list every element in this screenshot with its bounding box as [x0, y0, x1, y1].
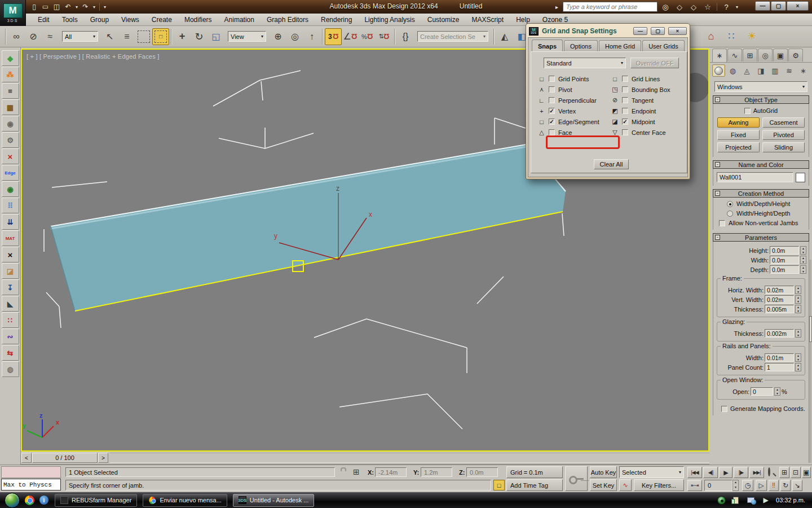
tab-create[interactable]: ∗ [712, 49, 727, 62]
pivot-checkbox[interactable]: ✓ [549, 86, 555, 93]
select-and-move-icon[interactable]: + [174, 28, 191, 45]
percent-snap-icon[interactable]: %Ω [359, 28, 376, 45]
radio-width-depth-height[interactable] [727, 201, 733, 207]
grid-points-checkbox[interactable]: ✓ [549, 76, 555, 82]
infocenter-collapse-icon[interactable]: ▸ [555, 4, 561, 10]
transform-type-in-icon[interactable]: ⊞ [353, 467, 360, 476]
snap-option-grid-points[interactable]: □ ✓ Grid Points [538, 73, 599, 84]
y-coordinate-field[interactable]: 1.2m [421, 467, 452, 477]
save-icon[interactable]: ◫ [52, 2, 61, 12]
go-to-end-button[interactable]: ▶▶| [749, 467, 764, 478]
subscription-icon[interactable]: ◇ [673, 2, 686, 12]
snap-option-tangent[interactable]: ⊘ ✓ Tangent [611, 95, 670, 106]
autogrid-checkbox[interactable]: ✓ [744, 108, 751, 114]
previous-key-button[interactable]: ◀|| [703, 467, 718, 478]
tab-home-grid[interactable]: Home Grid [599, 40, 641, 51]
tab-options[interactable]: Options [564, 40, 598, 51]
help-icon[interactable]: ? [720, 2, 732, 12]
playback-arrow-icon[interactable]: ▷ [756, 480, 767, 491]
snap-standard-dropdown[interactable]: Standard▾ [544, 58, 626, 68]
edit-named-selection-sets-icon[interactable]: {} [397, 28, 414, 45]
select-and-rotate-icon[interactable]: ↻ [191, 28, 208, 45]
x-coordinate-field[interactable]: -2.14m [375, 467, 407, 477]
snap-option-perpendicular[interactable]: ∟ ✓ Perpendicular [538, 95, 599, 106]
fixed-button[interactable]: Fixed [717, 130, 760, 140]
minimize-button[interactable]: — [755, 1, 770, 11]
perpendicular-checkbox[interactable]: ✓ [549, 97, 555, 103]
menu-graph-editors[interactable]: Graph Editors [261, 15, 315, 25]
favorites-icon[interactable]: ☆ [701, 2, 714, 12]
new-file-icon[interactable]: ▯ [29, 2, 39, 12]
rails-width-field[interactable]: 0.01m [765, 353, 794, 362]
pivoted-button[interactable]: Pivoted [762, 130, 805, 140]
casement-button[interactable]: Casement [762, 117, 805, 128]
set-key-button[interactable]: Set Key [590, 479, 617, 491]
frame-vert-width-field[interactable]: 0.02m [765, 295, 794, 304]
dialog-maximize-button[interactable]: ▢ [651, 27, 665, 35]
rollout-header[interactable]: - Parameters [713, 233, 809, 242]
zoom-region-icon[interactable]: ⊞ [779, 467, 789, 478]
viewport-label[interactable]: [ + ] [ Perspective ] [ Realistic + Edge… [27, 53, 159, 60]
category-helpers-icon[interactable]: ▥ [769, 64, 782, 77]
search-icon[interactable]: ◎ [659, 2, 672, 12]
category-lights-icon[interactable]: ◬ [740, 64, 753, 77]
menu-edit[interactable]: Edit [32, 15, 56, 25]
taskbar-item-chrome-message[interactable]: Enviar nuevo mensa... [143, 494, 227, 507]
tab-user-grids[interactable]: User Grids [642, 40, 685, 51]
frame-thickness-stepper[interactable]: ▲▼ [795, 305, 801, 313]
application-menu-button[interactable]: M 3DS [0, 0, 26, 26]
snap-option-center-face[interactable]: ▽ ✓ Center Face [611, 127, 670, 138]
tangent-checkbox[interactable]: ✓ [622, 97, 628, 103]
select-and-manipulate-icon[interactable]: ◎ [286, 28, 303, 45]
maximize-button[interactable]: ▢ [771, 1, 786, 11]
radio-width-height-depth[interactable] [727, 211, 733, 217]
undo-icon[interactable]: ↶ [63, 2, 73, 12]
start-button[interactable] [5, 493, 20, 508]
midpoint-checkbox[interactable]: ✓ [622, 119, 628, 125]
batch-render-icon[interactable]: ⌂ [703, 28, 720, 45]
dialog-close-button[interactable]: × [668, 27, 687, 35]
left-tool-particles-icon[interactable]: ⁂ [2, 67, 19, 82]
left-tool-schematic-icon[interactable]: ≡ [2, 83, 19, 99]
open-percent-field[interactable]: 0 [751, 387, 773, 396]
menu-animation[interactable]: Animation [218, 15, 261, 25]
select-object-icon[interactable]: ↖ [102, 28, 118, 45]
zoom-extents-all-icon[interactable]: ▣ [802, 467, 811, 478]
pan-icon[interactable]: ↘ [792, 480, 802, 491]
select-by-name-icon[interactable]: ≡ [118, 28, 135, 45]
panel-count-stepper[interactable]: ▲▼ [795, 363, 801, 371]
menu-maxscript[interactable]: MAXScript [465, 15, 510, 25]
menu-group[interactable]: Group [84, 15, 115, 25]
left-tool-add-objects-icon[interactable]: ◉ [2, 116, 19, 132]
zoom-icon[interactable] [768, 468, 770, 475]
snap-option-midpoint[interactable]: ◪ ✓ Midpoint [611, 116, 670, 127]
left-tool-edge-select-icon[interactable]: Edge [2, 165, 19, 181]
menu-customize[interactable]: Customize [421, 15, 466, 25]
menu-modifiers[interactable]: Modifiers [178, 15, 218, 25]
previous-frame-button[interactable]: < [21, 453, 32, 463]
key-filters-button[interactable]: Key Filters... [634, 479, 684, 491]
time-configuration-icon[interactable]: ◷ [742, 480, 753, 491]
selection-filter-dropdown[interactable]: All▾ [62, 31, 98, 42]
window-crossing-toggle-icon[interactable]: □ [152, 28, 169, 45]
left-tool-spheres-cube-icon[interactable]: ◪ [2, 263, 19, 279]
snap-option-vertex[interactable]: + ✓ Vertex [538, 106, 599, 116]
menu-create[interactable]: Create [145, 15, 178, 25]
menu-tools[interactable]: Tools [56, 15, 84, 25]
frame-horiz-width-stepper[interactable]: ▲▼ [795, 286, 801, 294]
keyboard-shortcut-override-icon[interactable]: ↑ [303, 28, 320, 45]
height-stepper[interactable]: ▲▼ [800, 246, 806, 255]
center-face-checkbox[interactable]: ✓ [622, 129, 628, 135]
left-tool-delete-icon[interactable]: × [2, 247, 19, 262]
snap-option-bounding-box[interactable]: ◳ ✓ Bounding Box [611, 84, 670, 95]
width-field[interactable]: 0.0m [770, 256, 799, 264]
isolate-selection-toggle-icon[interactable]: □ [493, 480, 505, 491]
endpoint-checkbox[interactable]: ✓ [622, 108, 628, 114]
redo-icon[interactable]: ↷ [81, 2, 90, 12]
allow-non-vertical-jambs-checkbox[interactable]: ✓ [719, 220, 725, 226]
left-tool-material-icon[interactable]: ▦ [2, 99, 19, 115]
tray-network-icon[interactable] [745, 495, 756, 505]
clear-all-button[interactable]: Clear All [594, 159, 629, 169]
dialog-minimize-button[interactable]: — [633, 27, 647, 35]
tab-modify[interactable]: ∿ [727, 49, 742, 62]
